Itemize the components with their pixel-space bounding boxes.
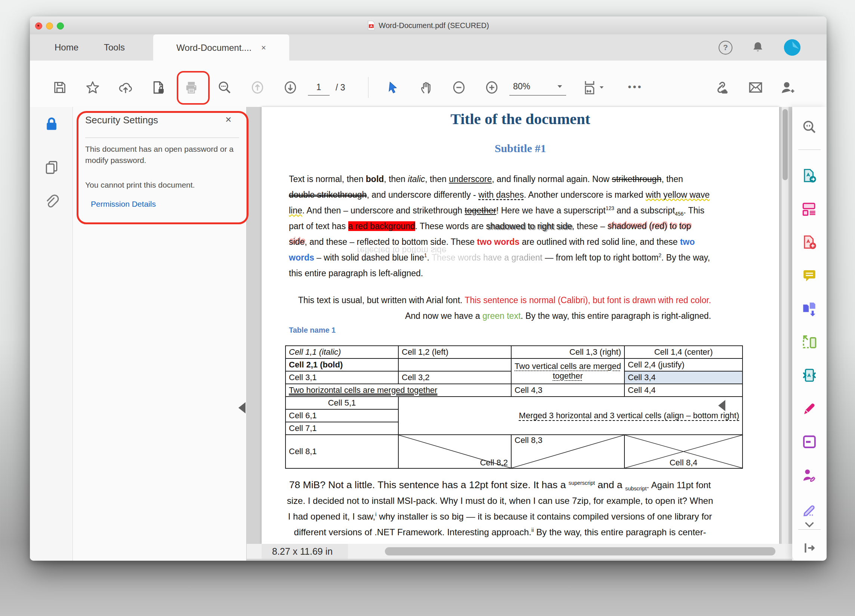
zoom-level-select[interactable]: 80% — [509, 78, 566, 96]
permission-details-link[interactable]: Permission Details — [91, 199, 156, 208]
chevron-down-icon — [599, 86, 604, 89]
table-cell: Cell 4,3 — [511, 384, 624, 397]
paperclip-icon — [43, 193, 60, 210]
tab-tools[interactable]: Tools — [104, 34, 125, 61]
redact-button[interactable] — [801, 434, 818, 450]
pdf-file-icon — [367, 21, 375, 30]
text-run: 1 — [424, 253, 427, 258]
collapse-right-panel-arrow[interactable] — [718, 400, 725, 411]
combine-files-button[interactable] — [801, 300, 818, 317]
tab-home[interactable]: Home — [55, 34, 78, 61]
marker-pen-icon — [801, 501, 817, 516]
security-settings-panel: Security Settings × This document has an… — [73, 107, 247, 561]
person-add-icon — [780, 80, 795, 95]
rail-divider — [798, 150, 821, 150]
right-rail — [792, 107, 827, 561]
titlebar[interactable]: Word-Document.pdf (SECURED) — [30, 17, 827, 35]
star-icon — [85, 80, 100, 95]
minus-circle-icon — [451, 80, 466, 95]
cloud-upload-button[interactable] — [117, 76, 134, 99]
table-cell-merged-3x3: Merged 3 horizontal and 3 vertical cells… — [398, 397, 743, 435]
organize-pages-button[interactable] — [801, 334, 818, 350]
page-number-input[interactable]: 1 — [308, 80, 329, 96]
table-cell: Cell 5,1 — [285, 397, 398, 409]
text-run: Text is normal, then — [289, 174, 366, 184]
collapse-left-panel-arrow[interactable] — [238, 402, 245, 414]
comment-icon — [801, 268, 817, 283]
pages-icon — [43, 159, 60, 176]
notifications-button[interactable] — [750, 34, 765, 61]
paragraph-formatting-demo: Text is normal, then bold, then italic, … — [289, 171, 711, 281]
collapse-pane-button[interactable] — [801, 540, 818, 556]
file-protect-button[interactable] — [150, 76, 167, 99]
text-run: — from left top to right bottom — [542, 253, 659, 262]
zoom-in-button[interactable] — [484, 76, 500, 99]
panel-message-print: You cannot print this document. — [85, 179, 238, 191]
text-run: are outlined with red solid line, and th… — [519, 237, 680, 247]
text-run: and a — [595, 479, 625, 490]
find-enhance-button[interactable] — [801, 119, 818, 135]
text-run: . And then – underscore and strikethroug… — [302, 205, 465, 215]
next-page-button[interactable] — [282, 76, 299, 99]
account-button[interactable] — [784, 34, 800, 61]
document-area[interactable]: Title of the document Subtitle #1 Text i… — [247, 107, 792, 561]
horizontal-scrollbar-thumb[interactable] — [385, 547, 775, 555]
annotation-ring-print — [177, 71, 210, 105]
share-link-button[interactable] — [712, 76, 728, 99]
panel-divider — [85, 138, 239, 138]
security-settings-button[interactable] — [43, 116, 60, 132]
zoom-out-button[interactable] — [450, 76, 467, 99]
vertical-scrollbar-thumb[interactable] — [783, 109, 788, 180]
link-icon — [712, 80, 728, 95]
page-thumbnails-button[interactable] — [43, 159, 60, 176]
more-tools-button[interactable]: ••• — [620, 75, 650, 98]
text-run: 2 — [659, 253, 662, 258]
text-run: , and finally normal again. Now — [492, 174, 612, 184]
fit-width-button[interactable] — [578, 76, 608, 99]
email-button[interactable] — [748, 76, 764, 99]
text-run: This sentence is normal (Calibri), but f… — [464, 295, 711, 305]
paragraph-fonts-demo: This text is usual, but written with Ari… — [289, 292, 711, 324]
redact-icon — [801, 434, 817, 450]
panel-close-button[interactable]: × — [225, 113, 231, 126]
save-button[interactable] — [52, 76, 68, 99]
draw-button[interactable] — [801, 500, 818, 516]
tab-close-icon[interactable]: × — [261, 43, 266, 53]
table-cell-highlighted: Cell 3,4 — [624, 371, 743, 384]
tab-document-label: Word-Document.... — [176, 43, 251, 53]
attachments-button[interactable] — [43, 193, 60, 210]
collapse-pane-icon — [801, 540, 817, 556]
more-tools-button-rail[interactable] — [801, 516, 818, 533]
fit-width-icon — [583, 79, 599, 96]
comment-button[interactable] — [801, 267, 818, 284]
fill-sign-button[interactable] — [801, 400, 818, 417]
panel-message-password: This document has an open password or a … — [85, 144, 238, 166]
select-tool-button[interactable] — [385, 76, 401, 99]
text-run: , and underscore differently - — [366, 190, 478, 199]
export-pdf-button[interactable] — [801, 167, 818, 184]
search-button[interactable] — [216, 76, 233, 99]
share-with-people-button[interactable] — [779, 76, 795, 99]
panel-title: Security Settings — [85, 114, 158, 126]
create-pdf-button[interactable] — [801, 234, 818, 250]
search-enhance-icon — [801, 119, 817, 135]
help-button[interactable]: ? — [719, 34, 732, 61]
text-run: together — [465, 205, 496, 215]
table-cell: Cell 8,1 — [285, 435, 398, 468]
compress-pdf-button[interactable] — [801, 367, 818, 383]
envelope-icon — [748, 80, 763, 95]
text-run: green text — [483, 311, 521, 321]
window-title: Word-Document.pdf (SECURED) — [378, 21, 489, 30]
table-cell — [398, 359, 511, 371]
edit-pdf-button[interactable] — [801, 201, 818, 217]
organize-pages-icon — [801, 334, 817, 350]
hand-tool-button[interactable] — [418, 76, 434, 99]
request-signatures-button[interactable] — [801, 467, 818, 483]
zoom-level-value: 80% — [513, 81, 530, 92]
star-button[interactable] — [84, 76, 101, 99]
vertical-scrollbar[interactable] — [782, 107, 789, 544]
tab-document[interactable]: Word-Document.... × — [153, 34, 289, 61]
previous-page-button[interactable] — [249, 76, 266, 99]
text-run: shadowed to right side — [486, 221, 572, 231]
page-size-indicator: 8.27 x 11.69 in — [262, 544, 348, 559]
